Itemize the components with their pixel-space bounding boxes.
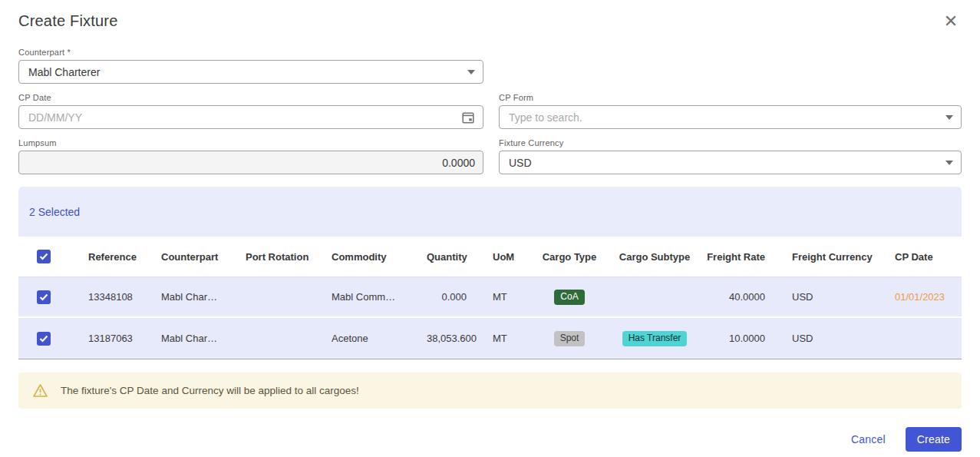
cell-cp-date: 01/01/2023 — [883, 291, 962, 303]
cell-commodity: Acetone — [332, 333, 427, 344]
table-row[interactable]: 13187063 Mabl Char… Acetone 38,053.600 M… — [18, 318, 962, 359]
fixture-form: Counterpart * Mabl Charterer CP Date — [18, 48, 962, 174]
check-icon — [39, 335, 48, 343]
chevron-down-icon — [945, 115, 953, 120]
cell-freight-currency: USD — [780, 333, 883, 344]
cell-commodity: Mabl Comm… — [332, 291, 427, 303]
counterpart-field: Counterpart * Mabl Charterer — [18, 48, 483, 84]
fixture-currency-select[interactable]: USD — [499, 151, 962, 174]
cp-form-label: CP Form — [499, 93, 962, 102]
col-header-quantity: Quantity — [427, 251, 493, 263]
warning-banner: The fixture's CP Date and Currency will … — [18, 373, 962, 409]
cell-counterpart: Mabl Char… — [161, 291, 246, 303]
chevron-down-icon — [467, 70, 475, 75]
select-all-checkbox[interactable] — [37, 250, 51, 263]
dialog-header: Create Fixture ✕ — [18, 12, 962, 32]
fixture-currency-label: Fixture Currency — [499, 138, 962, 147]
counterpart-select[interactable]: Mabl Charterer — [18, 60, 483, 84]
cargo-table: 2 Selected Reference Counterpart Port Ro… — [18, 187, 962, 359]
selected-count: 2 Selected — [29, 206, 80, 218]
col-header-uom: UoM — [493, 251, 536, 263]
cell-freight-currency: USD — [780, 291, 883, 303]
cargo-type-badge: CoA — [554, 290, 584, 305]
col-header-cp-date: CP Date — [883, 251, 962, 263]
col-header-reference: Reference — [71, 251, 161, 263]
calendar-button[interactable] — [461, 111, 475, 124]
calendar-icon — [461, 111, 475, 124]
row-checkbox[interactable] — [37, 332, 51, 346]
selection-toolbar: 2 Selected — [18, 187, 962, 237]
cp-form-input[interactable] — [509, 111, 945, 124]
col-header-freight-currency: Freight Currency — [780, 251, 883, 263]
warning-message: The fixture's CP Date and Currency will … — [61, 385, 359, 396]
col-header-cargo-subtype: Cargo Subtype — [603, 251, 706, 263]
cell-uom: MT — [493, 333, 536, 344]
lumpsum-input[interactable] — [28, 157, 475, 169]
check-icon — [39, 293, 48, 301]
col-header-port-rotation: Port Rotation — [246, 251, 332, 263]
fixture-currency-value: USD — [509, 157, 532, 169]
check-icon — [39, 253, 48, 260]
cargo-subtype-badge: Has Transfer — [622, 331, 688, 346]
table-row[interactable]: 13348108 Mabl Char… Mabl Comm… 0.000 MT … — [18, 277, 962, 318]
col-header-freight-rate: Freight Rate — [706, 251, 780, 263]
lumpsum-label: Lumpsum — [18, 138, 483, 147]
cp-date-label: CP Date — [18, 93, 483, 102]
col-header-cargo-type: Cargo Type — [536, 251, 603, 263]
col-header-counterpart: Counterpart — [161, 251, 246, 263]
cp-form-select[interactable] — [499, 105, 962, 129]
dialog-footer: Cancel Create — [18, 427, 962, 452]
dialog-title: Create Fixture — [18, 12, 118, 30]
cell-quantity: 38,053.600 — [427, 333, 493, 344]
cell-quantity: 0.000 — [427, 291, 493, 303]
cell-uom: MT — [493, 291, 536, 303]
cargo-type-badge: Spot — [554, 331, 586, 346]
row-checkbox[interactable] — [37, 290, 51, 304]
cell-freight-rate: 10.0000 — [706, 333, 780, 344]
cp-date-input[interactable] — [28, 111, 461, 124]
col-header-commodity: Commodity — [332, 251, 427, 263]
cell-reference: 13348108 — [71, 291, 161, 303]
create-button[interactable]: Create — [906, 427, 962, 452]
cp-date-field: CP Date — [18, 93, 483, 129]
warning-icon — [32, 383, 48, 398]
create-fixture-dialog: Create Fixture ✕ Counterpart * Mabl Char… — [0, 0, 980, 457]
cell-reference: 13187063 — [71, 333, 161, 344]
fixture-currency-field: Fixture Currency USD — [499, 138, 962, 174]
close-button[interactable]: ✕ — [940, 11, 962, 32]
chevron-down-icon — [945, 161, 953, 165]
close-icon: ✕ — [944, 12, 958, 31]
counterpart-value: Mabl Charterer — [28, 66, 100, 78]
table-header-row: Reference Counterpart Port Rotation Comm… — [18, 237, 962, 277]
counterpart-label: Counterpart * — [18, 48, 483, 57]
cell-freight-rate: 40.0000 — [706, 291, 780, 303]
cell-counterpart: Mabl Char… — [161, 333, 246, 344]
cancel-button[interactable]: Cancel — [851, 433, 886, 445]
cp-form-field: CP Form — [499, 93, 962, 129]
lumpsum-field: Lumpsum — [18, 138, 483, 174]
